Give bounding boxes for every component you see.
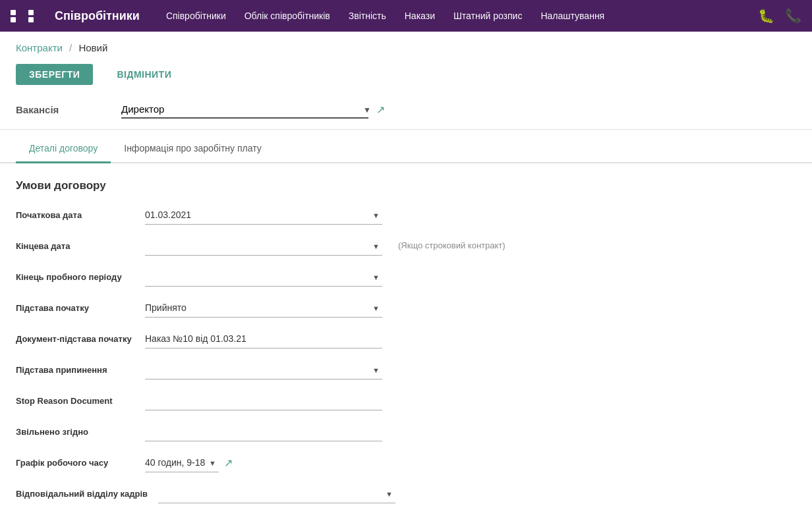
- select-start-date[interactable]: 01.03.2021: [145, 206, 382, 225]
- section-title: Умови договору: [16, 179, 796, 192]
- nav-employees[interactable]: Співробітники: [166, 11, 226, 21]
- input-start-doc[interactable]: [145, 329, 382, 349]
- form-row-hr-department: Відповідальний відділу кадрів ▼: [16, 484, 796, 503]
- control-dismissed-by: [145, 422, 382, 441]
- label-start-date: Початкова дата: [16, 206, 134, 221]
- select-wrapper-work-schedule: 40 годин, 9-18 ▼: [145, 453, 219, 472]
- control-start-doc: [145, 329, 382, 349]
- form-row-dismissed-by: Звільнено згідно: [16, 422, 796, 441]
- vacancy-dropdown-arrow: ▼: [363, 105, 371, 115]
- nav-settings[interactable]: Налаштування: [540, 11, 604, 21]
- form-row-trial-end: Кінець пробного періоду ▼: [16, 267, 796, 287]
- vacancy-select-wrapper: Директор ▼ ↗: [121, 101, 385, 119]
- form-section: Умови договору Початкова дата 01.03.2021…: [0, 163, 812, 531]
- control-stop-reason-doc: [145, 391, 382, 410]
- input-stop-reason-doc[interactable]: [145, 391, 382, 410]
- input-dismissed-by[interactable]: [145, 422, 382, 441]
- nav-employee-accounting[interactable]: Облік співробітників: [245, 11, 330, 21]
- label-work-schedule: Графік робочого часу: [16, 453, 134, 469]
- form-row-stop-reason: Підстава припинення ▼: [16, 360, 796, 379]
- label-hr-department: Відповідальний відділу кадрів: [16, 484, 148, 500]
- tab-contract-details[interactable]: Деталі договору: [16, 135, 111, 163]
- label-end-date: Кінцева дата: [16, 237, 134, 252]
- form-row-start-reason: Підстава початку Прийнято ▼: [16, 298, 796, 318]
- form-row-stop-reason-doc: Stop Reason Document: [16, 391, 796, 410]
- breadcrumb-separator: /: [69, 42, 72, 53]
- vacancy-select[interactable]: Директор: [121, 101, 368, 119]
- label-stop-reason: Підстава припинення: [16, 360, 134, 376]
- select-end-date[interactable]: [145, 237, 382, 256]
- control-stop-reason: ▼: [145, 360, 382, 379]
- cancel-button[interactable]: ВІДМІНИТИ: [103, 64, 185, 85]
- vacancy-label: Вакансія: [16, 104, 95, 115]
- tabs: Деталі договору Інформація про заробітну…: [0, 135, 812, 163]
- breadcrumb: Контракти / Новий: [0, 32, 812, 59]
- form-row-start-date: Початкова дата 01.03.2021 ▼: [16, 206, 796, 225]
- form-row-start-doc: Документ-підстава початку: [16, 329, 796, 349]
- select-stop-reason[interactable]: [145, 360, 382, 379]
- form-row-end-date: Кінцева дата ▼ (Якщо строковий контракт): [16, 237, 796, 256]
- nav-reports[interactable]: Звітність: [349, 11, 386, 21]
- vacancy-row: Вакансія Директор ▼ ↗: [0, 96, 812, 130]
- label-stop-reason-doc: Stop Reason Document: [16, 391, 134, 407]
- control-hr-department: ▼: [158, 484, 395, 503]
- label-trial-end: Кінець пробного періоду: [16, 267, 134, 283]
- vacancy-external-link-icon[interactable]: ↗: [376, 103, 385, 116]
- label-start-doc: Документ-підстава початку: [16, 329, 134, 345]
- bug-icon[interactable]: 🐛: [758, 8, 774, 24]
- nav-links: Співробітники Облік співробітників Звітн…: [166, 11, 758, 21]
- toolbar: ЗБЕРЕГТИ ВІДМІНИТИ: [0, 59, 812, 96]
- select-trial-end[interactable]: [145, 267, 382, 287]
- phone-icon[interactable]: 📞: [785, 8, 801, 24]
- control-start-reason: Прийнято ▼: [145, 298, 382, 318]
- save-button[interactable]: ЗБЕРЕГТИ: [16, 64, 93, 85]
- app-title: Співробітники: [55, 9, 140, 23]
- grid-icon[interactable]: [11, 10, 44, 22]
- control-end-date: ▼: [145, 237, 382, 256]
- select-start-reason[interactable]: Прийнято: [145, 298, 382, 318]
- control-work-schedule: 40 годин, 9-18 ▼ ↗: [145, 453, 233, 472]
- end-date-hint: (Якщо строковий контракт): [398, 237, 506, 250]
- nav-orders[interactable]: Накази: [405, 11, 435, 21]
- control-start-date: 01.03.2021 ▼: [145, 206, 382, 225]
- nav-icon-group: 🐛 📞: [758, 8, 801, 24]
- breadcrumb-current: Новий: [78, 42, 107, 53]
- tab-salary-info[interactable]: Інформація про заробітну плату: [111, 135, 275, 163]
- label-dismissed-by: Звільнено згідно: [16, 422, 134, 438]
- top-navigation: Співробітники Співробітники Облік співро…: [0, 0, 812, 32]
- nav-staffing[interactable]: Штатний розпис: [453, 11, 522, 21]
- select-work-schedule[interactable]: 40 годин, 9-18: [145, 453, 219, 472]
- select-hr-department[interactable]: [158, 484, 395, 503]
- work-schedule-external-link-icon[interactable]: ↗: [224, 457, 233, 469]
- label-start-reason: Підстава початку: [16, 298, 134, 314]
- breadcrumb-parent[interactable]: Контракти: [16, 42, 63, 53]
- control-trial-end: ▼: [145, 267, 382, 287]
- form-row-work-schedule: Графік робочого часу 40 годин, 9-18 ▼ ↗: [16, 453, 796, 472]
